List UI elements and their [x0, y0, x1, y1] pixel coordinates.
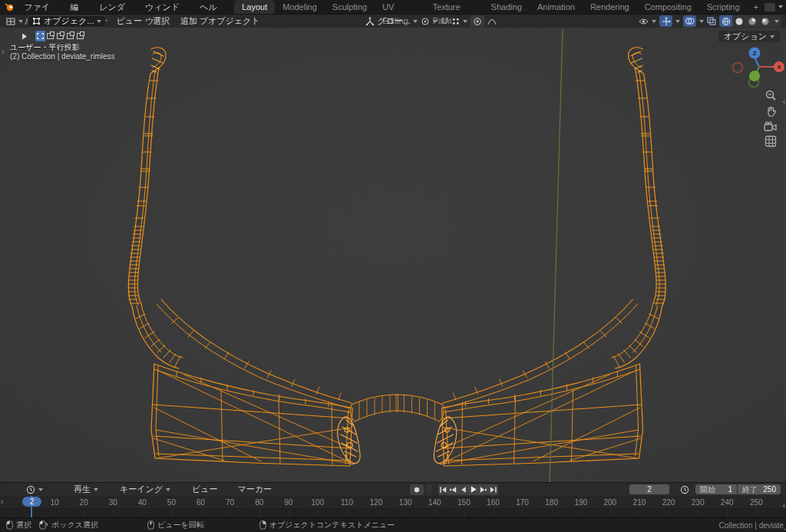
- show-gizmo-toggle[interactable]: [659, 15, 680, 27]
- timeline-body[interactable]: 10 20 30 40 50 60 70 80 90 100 110 120 1…: [0, 496, 786, 517]
- prev-keyframe-icon: [449, 486, 457, 494]
- proportional-editing-toggle[interactable]: [471, 15, 484, 27]
- blender-logo-icon[interactable]: [0, 0, 18, 14]
- current-frame-indicator[interactable]: 2: [22, 497, 41, 507]
- select-mode-extend-button[interactable]: [45, 31, 55, 41]
- toggle-xray-button[interactable]: [707, 17, 716, 25]
- menu-window[interactable]: ウィンドウ: [139, 0, 193, 14]
- tab-layout[interactable]: Layout: [234, 0, 275, 14]
- menu-render[interactable]: レンダー: [93, 0, 139, 14]
- toolbar-expand-arrow[interactable]: ›: [2, 48, 4, 56]
- frame-start-field[interactable]: 開始1: [695, 484, 737, 494]
- sync-button[interactable]: [426, 484, 432, 495]
- pan-hand-icon[interactable]: [765, 105, 778, 118]
- chevron-down-icon: [18, 20, 23, 23]
- tick-label: 140: [420, 498, 449, 507]
- snap-to-dropdown[interactable]: [452, 18, 467, 25]
- play-button[interactable]: [468, 484, 478, 495]
- left-mouse-icon: [6, 520, 13, 530]
- preview-range-clock-icon[interactable]: [680, 485, 689, 494]
- select-mode-subtract-button[interactable]: [55, 31, 65, 41]
- pivot-point-dropdown[interactable]: [421, 17, 438, 26]
- scene-icon[interactable]: [765, 3, 775, 12]
- menu-playback[interactable]: 再生: [68, 484, 104, 495]
- frame-end-field[interactable]: 終了250: [738, 484, 781, 494]
- object-type-visibility-dropdown[interactable]: [639, 18, 656, 25]
- prev-keyframe-button[interactable]: [448, 484, 458, 495]
- status-rotate-view-hint: ビューを回転: [147, 520, 204, 530]
- orthographic-grid-icon[interactable]: [765, 135, 777, 147]
- tab-texture-paint[interactable]: Texture Paint: [425, 0, 484, 14]
- tick-label: 50: [157, 498, 186, 507]
- clock-icon: [26, 485, 35, 494]
- collection-label: (2) Collection | deviate_rimless: [10, 52, 115, 61]
- tick-label: 200: [596, 498, 625, 507]
- play-reverse-button[interactable]: [458, 484, 468, 495]
- timeline-track[interactable]: [0, 508, 786, 517]
- snap-toggle[interactable]: [441, 17, 449, 26]
- shading-solid-button[interactable]: [732, 15, 745, 27]
- select-mode-set-button[interactable]: [35, 31, 45, 41]
- chevron-down-icon: [94, 488, 98, 491]
- tab-sculpting[interactable]: Sculpting: [325, 0, 375, 14]
- shading-material-button[interactable]: [745, 15, 758, 27]
- add-workspace-button[interactable]: +: [748, 0, 765, 14]
- timeline-editor-type-button[interactable]: [20, 485, 49, 494]
- menu-select[interactable]: 選択: [147, 15, 175, 27]
- tab-modeling[interactable]: Modeling: [275, 0, 325, 14]
- tick-label: 190: [566, 498, 596, 507]
- menu-marker[interactable]: マーカー: [232, 484, 279, 495]
- transform-orientation-dropdown[interactable]: グロー...: [365, 15, 418, 27]
- next-keyframe-button[interactable]: [478, 484, 488, 495]
- shading-rendered-button[interactable]: [758, 15, 771, 27]
- sidebar-expand-arrow[interactable]: ‹: [783, 98, 785, 106]
- tab-scripting[interactable]: Scripting: [699, 0, 748, 14]
- timeline-collapse-arrow[interactable]: ‹: [783, 502, 785, 510]
- rendered-shading-icon: [761, 17, 770, 26]
- tab-animation[interactable]: Animation: [530, 0, 583, 14]
- tab-compositing[interactable]: Compositing: [637, 0, 699, 14]
- chevron-down-icon: [463, 20, 467, 23]
- menu-add[interactable]: 追加: [175, 15, 203, 27]
- select-cursor-icon: [21, 33, 28, 40]
- tick-label: 150: [449, 498, 478, 507]
- editor-type-button[interactable]: [3, 15, 26, 28]
- xray-icon: [707, 17, 716, 25]
- proportional-falloff-dropdown[interactable]: [487, 18, 497, 25]
- timeline-header: 再生 キーイング ビュー マーカー: [0, 482, 786, 496]
- jump-end-button[interactable]: [488, 484, 498, 495]
- jump-start-icon: [439, 486, 447, 494]
- jump-start-button[interactable]: [438, 484, 448, 495]
- current-frame-field[interactable]: 2: [629, 484, 669, 494]
- zoom-icon[interactable]: [765, 89, 778, 102]
- timeline-ruler[interactable]: 10 20 30 40 50 60 70 80 90 100 110 120 1…: [0, 496, 786, 508]
- tab-shading[interactable]: Shading: [484, 0, 530, 14]
- right-mouse-icon: [259, 520, 266, 530]
- menu-help[interactable]: ヘルプ: [193, 0, 231, 14]
- auto-keying-record-button[interactable]: [410, 484, 424, 495]
- mode-selector[interactable]: オブジェク...: [28, 15, 106, 28]
- select-mode-intersect-button[interactable]: [75, 31, 85, 41]
- scene-collection-info: Collection | deviate_ri: [719, 521, 786, 530]
- tab-rendering[interactable]: Rendering: [583, 0, 637, 14]
- active-tool-button[interactable]: [18, 31, 31, 41]
- timeline-expand-arrow[interactable]: ›: [1, 498, 3, 506]
- viewport-header: オブジェク... ビュー 選択 追加 オブジェクト グロー...: [0, 14, 786, 28]
- menu-keying[interactable]: キーイング: [114, 484, 177, 495]
- camera-view-icon[interactable]: [764, 121, 778, 132]
- menu-file[interactable]: ファイル: [18, 0, 64, 14]
- show-overlays-toggle[interactable]: [683, 15, 704, 27]
- frame-ticks: 10 20 30 40 50 60 70 80 90 100 110 120 1…: [40, 496, 771, 508]
- tick-label: 210: [625, 498, 654, 507]
- menu-object[interactable]: オブジェクト: [203, 15, 266, 27]
- tab-uv-editing[interactable]: UV Editing: [375, 0, 424, 14]
- viewport-3d[interactable]: オプション ユーザー・平行投影 (2) Collection | deviate…: [0, 28, 786, 482]
- select-mode-invert-button[interactable]: [65, 31, 75, 41]
- shading-wireframe-button[interactable]: [719, 15, 732, 27]
- menu-edit[interactable]: 編集: [64, 0, 94, 14]
- tick-label: 220: [654, 498, 683, 507]
- tick-label: 40: [127, 498, 157, 507]
- menu-timeline-view[interactable]: ビュー: [186, 484, 224, 495]
- menu-view[interactable]: ビュー: [111, 15, 147, 27]
- tick-label: 20: [69, 498, 98, 507]
